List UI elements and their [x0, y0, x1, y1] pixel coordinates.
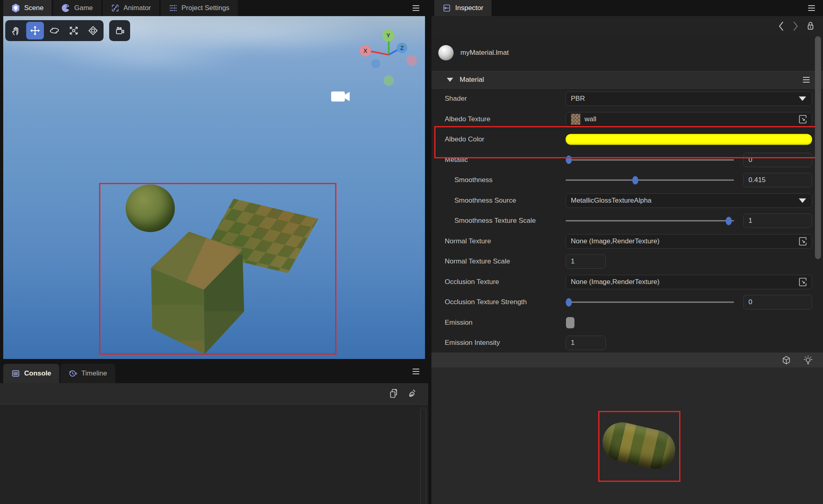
- animator-icon: [111, 4, 120, 12]
- inspector-rows: ShaderPBRAlbedo TexturewallAlbedo ColorM…: [431, 0, 823, 353]
- console-scrollbar[interactable]: [420, 408, 426, 504]
- value-text: 1: [571, 257, 574, 265]
- scene-sphere-object[interactable]: [126, 185, 175, 232]
- texture-thumbnail: [571, 114, 580, 125]
- smoothness-texture-scale-slider-knob[interactable]: [726, 217, 732, 225]
- scene-icon: [11, 3, 20, 13]
- tab-project-settings[interactable]: Project Settings: [161, 0, 238, 16]
- scene-panel-menu-icon[interactable]: [413, 5, 419, 11]
- row-smoothness-source: Smoothness SourceMetallicGlossTextureAlp…: [431, 191, 823, 211]
- object-picker-icon[interactable]: [798, 114, 808, 124]
- scene-cube-object[interactable]: [148, 230, 245, 355]
- region-tool-button[interactable]: [84, 22, 102, 39]
- tab-game[interactable]: Game: [53, 0, 101, 16]
- console-content[interactable]: [0, 404, 428, 504]
- inspector-scrollbar[interactable]: [815, 36, 821, 259]
- tab-project-settings-label: Project Settings: [182, 4, 230, 12]
- albedo-texture-object-field[interactable]: wall: [566, 112, 812, 127]
- preview-lighting-icon[interactable]: [803, 355, 813, 366]
- preview-toolbar: [431, 353, 823, 367]
- console-panel-menu-icon[interactable]: [413, 369, 419, 374]
- console-toolbar: [0, 383, 428, 404]
- value-text: 1: [748, 217, 752, 225]
- project-settings-icon: [169, 4, 178, 12]
- emission-checkbox[interactable]: [566, 317, 574, 328]
- smoothness-texture-scale-label: Smoothness Texture Scale: [454, 217, 536, 225]
- gizmo-z-ball[interactable]: Z: [397, 43, 407, 53]
- smoothness-label: Smoothness: [454, 176, 493, 184]
- tab-scene[interactable]: Scene: [3, 0, 52, 16]
- normal-texture-object-field[interactable]: None (Image,RenderTexture): [566, 234, 812, 249]
- row-albedo-texture: Albedo Texturewall: [431, 109, 823, 129]
- scene-viewport[interactable]: Y X Z: [3, 16, 425, 359]
- shader-label: Shader: [445, 95, 467, 103]
- metallic-slider-track[interactable]: [566, 159, 734, 160]
- scene-tabbar: Scene Game Animator: [0, 0, 428, 16]
- occlusion-texture-strength-slider-knob[interactable]: [566, 298, 572, 307]
- transform-tools-group: [5, 20, 104, 41]
- tab-scene-label: Scene: [24, 4, 44, 12]
- tab-console[interactable]: Console: [3, 364, 59, 383]
- gizmo-neg-y-ball[interactable]: [384, 75, 394, 86]
- clear-console-icon[interactable]: [407, 388, 418, 399]
- smoothness-texture-scale-value-field[interactable]: 1: [743, 214, 812, 228]
- value-text: 1: [571, 339, 574, 347]
- rotate-tool-button[interactable]: [46, 22, 63, 39]
- occlusion-texture-strength-value-field[interactable]: 0: [743, 295, 812, 309]
- albedo-texture-label: Albedo Texture: [445, 115, 490, 123]
- smoothness-value-field[interactable]: 0.415: [743, 173, 812, 187]
- albedo-color-swatch[interactable]: [566, 134, 812, 145]
- scene-camera-icon[interactable]: [330, 89, 351, 104]
- row-emission: Emission: [431, 313, 823, 333]
- game-icon: [61, 4, 70, 12]
- move-tool-button[interactable]: [26, 22, 44, 39]
- gizmo-neg-x-ball[interactable]: [406, 55, 417, 66]
- gizmo-x-ball[interactable]: X: [360, 45, 371, 56]
- dropdown-value: MetallicGlossTextureAlpha: [571, 197, 651, 205]
- metallic-slider-knob[interactable]: [566, 156, 572, 164]
- console-panel: Console Timeline: [0, 361, 428, 504]
- row-shader: ShaderPBR: [431, 89, 823, 109]
- metallic-label: Metallic: [445, 156, 468, 164]
- tab-animator[interactable]: Animator: [103, 0, 159, 16]
- row-metallic: Metallic0: [431, 150, 823, 170]
- emission-intensity-field[interactable]: 1: [566, 336, 606, 350]
- smoothness-slider-knob[interactable]: [632, 176, 638, 185]
- value-text: 0: [748, 298, 752, 306]
- occlusion-texture-object-field[interactable]: None (Image,RenderTexture): [566, 275, 812, 289]
- occlusion-texture-strength-label: Occlusion Texture Strength: [445, 298, 527, 306]
- metallic-value-field[interactable]: 0: [743, 153, 812, 167]
- smoothness-texture-scale-slider-track[interactable]: [566, 220, 734, 222]
- emission-label: Emission: [445, 319, 473, 327]
- emission-intensity-label: Emission Intensity: [445, 339, 500, 347]
- smoothness-source-dropdown[interactable]: MetallicGlossTextureAlpha: [566, 193, 812, 208]
- copy-log-icon[interactable]: [389, 388, 398, 399]
- scene-toolbar: [5, 20, 130, 41]
- material-preview-area[interactable]: [431, 367, 823, 504]
- dropdown-caret-icon: [799, 198, 806, 203]
- tab-game-label: Game: [74, 4, 93, 12]
- normal-texture-scale-field[interactable]: 1: [566, 254, 606, 269]
- gizmo-y-ball[interactable]: Y: [382, 29, 394, 41]
- dropdown-caret-icon: [799, 97, 806, 101]
- gizmo-neg-z-ball[interactable]: [371, 59, 380, 68]
- tab-console-label: Console: [24, 369, 51, 377]
- object-picker-icon[interactable]: [798, 277, 808, 287]
- frame-tool-button[interactable]: [65, 22, 83, 39]
- object-field-value: None (Image,RenderTexture): [571, 278, 659, 286]
- hand-tool-button[interactable]: [7, 22, 25, 39]
- gizmo-y-axis: [388, 40, 390, 55]
- preview-capsule-object: [599, 419, 679, 473]
- occlusion-texture-strength-slider-track[interactable]: [566, 302, 734, 303]
- tab-timeline-label: Timeline: [81, 369, 107, 377]
- camera-tool-button[interactable]: [111, 22, 129, 39]
- smoothness-slider-track[interactable]: [566, 180, 734, 181]
- object-field-value: wall: [585, 115, 596, 123]
- tab-timeline[interactable]: Timeline: [60, 364, 115, 383]
- object-field-value: None (Image,RenderTexture): [571, 237, 659, 245]
- preview-mesh-cube-icon[interactable]: [781, 355, 792, 365]
- albedo-color-label: Albedo Color: [445, 135, 484, 143]
- shader-dropdown[interactable]: PBR: [566, 91, 812, 106]
- object-picker-icon[interactable]: [798, 236, 808, 247]
- row-emission-intensity: Emission Intensity1: [431, 333, 823, 353]
